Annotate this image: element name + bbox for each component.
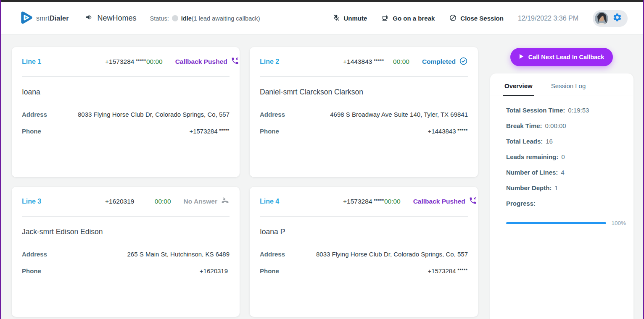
block-icon: [449, 14, 457, 23]
line-phone-number: +1573284*****: [105, 58, 146, 65]
line-status: No Answer: [184, 196, 230, 207]
address-label: Address: [260, 251, 285, 258]
unmute-button[interactable]: Unmute: [333, 14, 367, 23]
status-idle-dot: [172, 15, 178, 21]
callback-phone-icon: [469, 196, 477, 207]
masked-digits: *****: [136, 59, 146, 63]
app-header: smrtDialer NewHomes Status: Idle(1 lead …: [1, 2, 643, 35]
status-value: Idle: [181, 15, 192, 22]
campaign-label: NewHomes: [98, 14, 137, 23]
phone-label: Phone: [260, 267, 279, 275]
line-card-2: Line 2 +1443843***** 00:00 Completed Dan…: [250, 47, 478, 177]
status-label: Status:: [150, 15, 169, 22]
unmute-label: Unmute: [343, 15, 367, 22]
phone-label: Phone: [22, 128, 41, 135]
brand-name: smrtDialer: [36, 15, 69, 22]
masked-digits: *****: [374, 199, 384, 203]
line-phone-number: +1443843*****: [343, 58, 384, 65]
user-avatar: [595, 12, 608, 25]
line-card-1: Line 1 +1573284***** 00:00 Callback Push…: [12, 47, 240, 177]
go-on-break-label: Go on a break: [393, 15, 435, 22]
lead-name: Ioana P: [260, 227, 468, 236]
address-label: Address: [22, 111, 47, 118]
call-timer: 00:00: [146, 58, 163, 65]
lead-name: Jack-smrt Edison Edison: [22, 227, 230, 236]
settings-gear-icon[interactable]: [612, 13, 622, 24]
lead-name: Ioana: [22, 88, 230, 97]
progress-fill: [506, 222, 606, 224]
line-title: Line 3: [22, 198, 105, 205]
play-icon: [519, 54, 524, 60]
user-menu[interactable]: [593, 10, 628, 27]
address-label: Address: [260, 111, 285, 118]
call-timer: 00:00: [384, 198, 401, 205]
tab-overview[interactable]: Overview: [503, 82, 534, 96]
window-border-left: [0, 0, 1, 319]
phone-value: +1620319: [200, 267, 230, 275]
status-note: (1 lead awaiting callback): [192, 15, 260, 22]
line-card-4: Line 4 +1573284***** 00:00 Callback Push…: [250, 187, 478, 317]
lead-name: Daniel-smrt Clarckson Clarkson: [260, 88, 468, 97]
smrtdialer-logo-icon: [19, 10, 33, 26]
masked-digits: *****: [374, 59, 384, 63]
coffee-cup-icon: [381, 14, 389, 23]
line-phone-number: +1573284*****: [343, 198, 384, 205]
campaign-name: NewHomes: [85, 13, 137, 24]
stat-number-depth: Number Depth:1: [506, 184, 622, 191]
address-label: Address: [22, 251, 47, 258]
session-status: Status: Idle(1 lead awaiting callback): [150, 15, 260, 22]
line-status: Callback Pushed: [413, 196, 477, 207]
call-timer: 00:00: [155, 198, 171, 205]
session-overview-panel: Overview Session Log Total Session Time:…: [490, 73, 633, 319]
close-session-label: Close Session: [460, 15, 504, 22]
session-datetime: 12/19/2022 3:36 PM: [518, 15, 578, 22]
completed-check-icon: [459, 57, 468, 67]
call-timer: 00:00: [393, 58, 409, 65]
phone-value: +1573284*****: [189, 128, 230, 135]
line-card-3: Line 3 +1620319 00:00 No Answer Jack-smr…: [12, 187, 240, 317]
line-title: Line 2: [260, 58, 343, 65]
stat-progress: Progress:: [506, 200, 622, 207]
address-value: 8033 Flying Horse Club Dr, Colorado Spri…: [316, 251, 468, 258]
address-value: 8033 Flying Horse Club Dr, Colorado Spri…: [78, 111, 230, 118]
line-title: Line 1: [22, 58, 105, 65]
stat-break-time: Break Time:0:00:00: [506, 122, 622, 129]
browser-top-bar: [0, 0, 644, 2]
phone-label: Phone: [22, 267, 41, 275]
divider: [260, 216, 468, 217]
line-status: Callback Pushed: [175, 57, 239, 67]
callback-phone-icon: [231, 57, 239, 67]
divider: [22, 216, 230, 217]
megaphone-icon: [85, 13, 93, 24]
address-value: 265 S Main St, Hutchinson, KS 6489: [127, 251, 230, 258]
line-status: Completed: [422, 57, 468, 67]
divider: [260, 76, 468, 77]
panel-tabs: Overview Session Log: [490, 73, 633, 96]
line-title: Line 4: [260, 198, 343, 205]
phone-value: +1443843*****: [428, 128, 468, 135]
line-phone-number: +1620319: [105, 198, 136, 205]
phone-label: Phone: [260, 128, 279, 135]
address-value: 4698 S Broadway Ave Suite 140, Tyler, TX…: [330, 111, 468, 118]
call-next-lead-button[interactable]: Call Next Lead In Callback: [510, 48, 613, 66]
divider: [22, 76, 230, 77]
brand-logo: smrtDialer: [19, 10, 69, 26]
stat-number-of-lines: Number of Lines:4: [506, 169, 622, 176]
stat-total-session-time: Total Session Time:0:19:53: [506, 107, 622, 114]
stat-leads-remaining: Leads remaining:0: [506, 153, 622, 160]
go-on-break-button[interactable]: Go on a break: [381, 14, 435, 23]
session-stats: Total Session Time:0:19:53 Break Time:0:…: [490, 96, 633, 207]
progress-bar-row: 100%: [490, 215, 633, 226]
tab-session-log[interactable]: Session Log: [549, 82, 588, 96]
close-session-button[interactable]: Close Session: [449, 14, 504, 23]
progress-track: [506, 222, 606, 224]
phone-value: +1573284*****: [428, 267, 468, 275]
progress-percent-label: 100%: [611, 220, 626, 226]
mic-off-icon: [333, 14, 340, 23]
stat-total-leads: Total Leads:16: [506, 138, 622, 145]
missed-call-phone-icon: [221, 196, 230, 207]
